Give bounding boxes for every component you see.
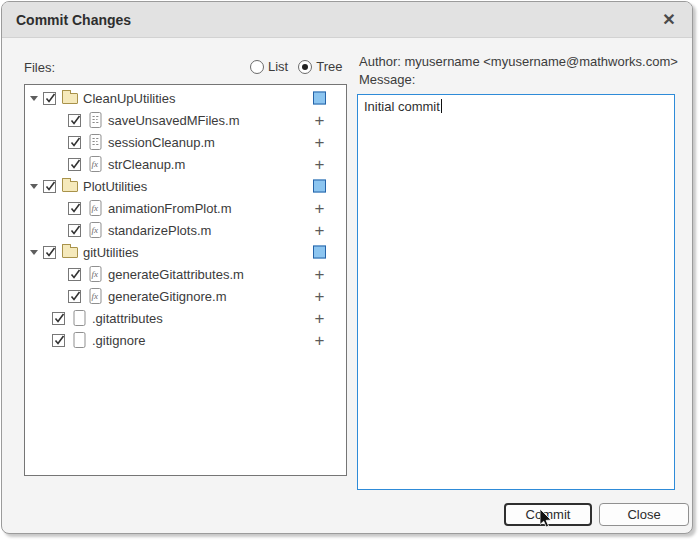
message-label: Message: (359, 72, 415, 87)
modified-square-icon (313, 92, 326, 105)
plus-icon[interactable]: + (313, 290, 326, 303)
collapse-triangle-icon[interactable] (30, 184, 38, 189)
close-icon[interactable]: ✕ (658, 2, 680, 38)
tree-row-label: sessionCleanup.m (108, 135, 215, 150)
checkbox[interactable] (43, 180, 56, 193)
tree-row-label: generateGitignore.m (108, 289, 227, 304)
author-line: Author: myusername <myusername@mathworks… (359, 54, 678, 69)
tree-row-generategitignore[interactable]: generateGitignore.m + (25, 285, 346, 307)
dialog-title: Commit Changes (16, 2, 131, 38)
commit-message-textarea[interactable]: Initial commit (357, 94, 675, 490)
function-file-icon (87, 222, 103, 238)
tree-row-cleanuputilities[interactable]: CleanUpUtilities (25, 87, 346, 109)
folder-icon (62, 181, 78, 192)
tree-row-strcleanup[interactable]: strCleanup.m + (25, 153, 346, 175)
commit-changes-dialog: Commit Changes ✕ Files: List Tree CleanU… (1, 1, 693, 534)
tree-row-label: .gitattributes (92, 311, 163, 326)
plus-icon[interactable]: + (313, 202, 326, 215)
function-file-icon (87, 266, 103, 282)
radio-option-list[interactable]: List (250, 59, 288, 74)
commit-message-text: Initial commit (364, 99, 440, 114)
tree-row-label: standarizePlots.m (108, 223, 211, 238)
plus-icon[interactable]: + (313, 224, 326, 237)
tree-row-saveunsavedmfiles[interactable]: saveUnsavedMFiles.m + (25, 109, 346, 131)
function-file-icon (87, 156, 103, 172)
checkbox[interactable] (68, 158, 81, 171)
mouse-cursor-icon (540, 509, 553, 529)
plus-icon[interactable]: + (313, 114, 326, 127)
tree-row-label: generateGitattributes.m (108, 267, 244, 282)
tree-row-animationfromplot[interactable]: animationFromPlot.m + (25, 197, 346, 219)
plain-file-icon (71, 332, 87, 348)
text-caret (441, 99, 442, 113)
tree-row-label: strCleanup.m (108, 157, 185, 172)
tree-row-generategitattributes[interactable]: generateGitattributes.m + (25, 263, 346, 285)
plus-icon[interactable]: + (313, 312, 326, 325)
radio-tree-icon[interactable] (298, 60, 312, 74)
tree-row-gitutilities[interactable]: gitUtilities (25, 241, 346, 263)
script-file-icon (87, 112, 103, 128)
radio-option-tree[interactable]: Tree (298, 59, 342, 74)
plus-icon[interactable]: + (313, 268, 326, 281)
checkbox[interactable] (43, 92, 56, 105)
checkbox[interactable] (68, 290, 81, 303)
checkbox[interactable] (68, 136, 81, 149)
function-file-icon (87, 288, 103, 304)
script-file-icon (87, 134, 103, 150)
collapse-triangle-icon[interactable] (30, 96, 38, 101)
checkbox[interactable] (52, 312, 65, 325)
tree-row-label: animationFromPlot.m (108, 201, 232, 216)
tree-row-sessioncleanup[interactable]: sessionCleanup.m + (25, 131, 346, 153)
radio-tree-label: Tree (316, 59, 342, 74)
radio-list-label: List (268, 59, 288, 74)
close-button[interactable]: Close (599, 503, 689, 526)
files-label: Files: (24, 60, 55, 75)
radio-list-icon[interactable] (250, 60, 264, 74)
tree-row-gitattributes[interactable]: .gitattributes + (25, 307, 346, 329)
plus-icon[interactable]: + (313, 334, 326, 347)
view-toggle-group: List Tree (250, 59, 349, 74)
folder-icon (62, 247, 78, 258)
tree-row-plotutilities[interactable]: PlotUtilities (25, 175, 346, 197)
tree-row-label: PlotUtilities (83, 179, 147, 194)
tree-row-standarizeplots[interactable]: standarizePlots.m + (25, 219, 346, 241)
tree-row-gitignore[interactable]: .gitignore + (25, 329, 346, 351)
plus-icon[interactable]: + (313, 136, 326, 149)
tree-row-label: saveUnsavedMFiles.m (108, 113, 240, 128)
title-bar[interactable]: Commit Changes ✕ (2, 2, 692, 38)
folder-icon (62, 93, 78, 104)
checkbox[interactable] (68, 268, 81, 281)
checkbox[interactable] (68, 114, 81, 127)
tree-row-label: gitUtilities (83, 245, 139, 260)
tree-row-label: .gitignore (92, 333, 145, 348)
modified-square-icon (313, 180, 326, 193)
checkbox[interactable] (52, 334, 65, 347)
checkbox[interactable] (68, 224, 81, 237)
checkbox[interactable] (43, 246, 56, 259)
files-tree-panel[interactable]: CleanUpUtilities saveUnsavedMFiles.m + s… (24, 84, 347, 476)
plus-icon[interactable]: + (313, 158, 326, 171)
modified-square-icon (313, 246, 326, 259)
tree-row-label: CleanUpUtilities (83, 91, 175, 106)
function-file-icon (87, 200, 103, 216)
collapse-triangle-icon[interactable] (30, 250, 38, 255)
checkbox[interactable] (68, 202, 81, 215)
plain-file-icon (71, 310, 87, 326)
